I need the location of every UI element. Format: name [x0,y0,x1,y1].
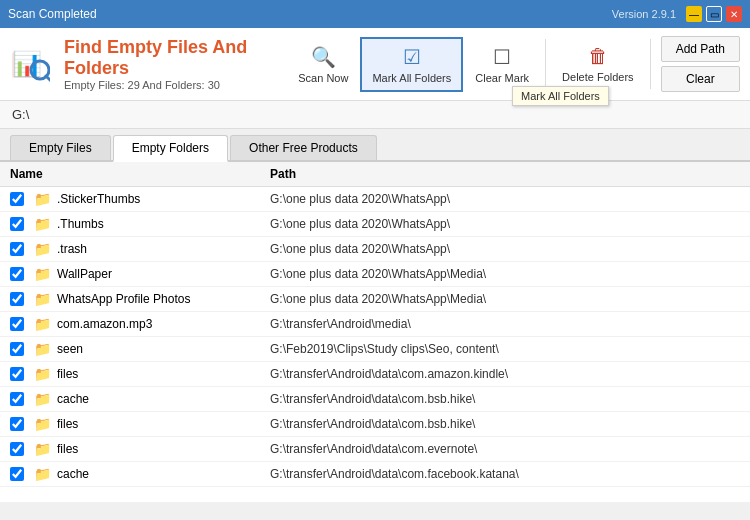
row-checkbox[interactable] [10,267,24,281]
row-checkbox[interactable] [10,442,24,456]
row-checkbox[interactable] [10,192,24,206]
delete-icon: 🗑 [588,45,608,68]
table-row: 📁 cache G:\transfer\Android\data\com.fac… [0,462,750,487]
row-name-text: seen [57,342,83,356]
table-row: 📁 files G:\transfer\Android\data\com.bsb… [0,412,750,437]
row-checkbox[interactable] [10,342,24,356]
row-name-cell: 📁 cache [10,466,270,482]
row-name-text: files [57,442,78,456]
folder-icon: 📁 [34,341,51,357]
clear-mark-button[interactable]: ☐ Clear Mark [465,39,539,90]
row-name-cell: 📁 cache [10,391,270,407]
row-name-cell: 📁 files [10,416,270,432]
row-name-cell: 📁 seen [10,341,270,357]
app-subtitle: Empty Files: 29 And Folders: 30 [64,79,278,91]
side-actions: Add Path Clear [661,36,740,92]
row-name-text: cache [57,392,89,406]
app-icon: 📊 [10,44,50,84]
row-name-cell: 📁 .StickerThumbs [10,191,270,207]
tooltip: Mark All Folders [512,86,609,106]
tab-empty-files[interactable]: Empty Files [10,135,111,160]
mark-all-folders-button[interactable]: ☑ Mark All Folders [360,37,463,92]
row-checkbox[interactable] [10,417,24,431]
row-path-cell: G:\one plus data 2020\WhatsApp\Media\ [270,292,740,306]
table-row: 📁 WallPaper G:\one plus data 2020\WhatsA… [0,262,750,287]
header: 📊 Find Empty Files And Folders Empty Fil… [0,28,750,101]
row-name-text: WhatsApp Profile Photos [57,292,190,306]
row-name-cell: 📁 WhatsApp Profile Photos [10,291,270,307]
app-title-section: Find Empty Files And Folders Empty Files… [64,37,278,91]
table-container[interactable]: Name Path 📁 .StickerThumbs G:\one plus d… [0,162,750,502]
row-name-text: .StickerThumbs [57,192,140,206]
row-name-text: files [57,367,78,381]
path-text: G:\ [12,107,29,122]
table-row: 📁 cache G:\transfer\Android\data\com.bsb… [0,387,750,412]
folder-icon: 📁 [34,216,51,232]
row-name-cell: 📁 .trash [10,241,270,257]
row-name-text: files [57,417,78,431]
table-row: 📁 .trash G:\one plus data 2020\WhatsApp\ [0,237,750,262]
row-path-cell: G:\one plus data 2020\WhatsApp\ [270,217,740,231]
row-checkbox[interactable] [10,217,24,231]
row-checkbox[interactable] [10,292,24,306]
clear-button[interactable]: Clear [661,66,740,92]
tab-other-free-products[interactable]: Other Free Products [230,135,377,160]
delete-folders-button[interactable]: 🗑 Delete Folders [552,39,644,89]
table-header: Name Path [0,162,750,187]
clear-mark-label: Clear Mark [475,72,529,84]
table-row: 📁 seen G:\Feb2019\Clips\Study clips\Seo,… [0,337,750,362]
table-row: 📁 WhatsApp Profile Photos G:\one plus da… [0,287,750,312]
clear-icon: ☐ [493,45,511,69]
svg-line-3 [46,76,50,82]
row-name-cell: 📁 files [10,366,270,382]
check-icon: ☑ [403,45,421,69]
row-checkbox[interactable] [10,242,24,256]
col-name: Name [10,167,270,181]
table-row: 📁 files G:\transfer\Android\data\com.eve… [0,437,750,462]
minimize-button[interactable]: — [686,6,702,22]
row-path-cell: G:\transfer\Android\data\com.bsb.hike\ [270,392,740,406]
app-title-text: Scan Completed [8,7,97,21]
mark-all-label: Mark All Folders [372,72,451,84]
row-name-text: .Thumbs [57,217,104,231]
folder-icon: 📁 [34,391,51,407]
row-checkbox[interactable] [10,467,24,481]
row-path-cell: G:\transfer\Android\data\com.evernote\ [270,442,740,456]
close-button[interactable]: ✕ [726,6,742,22]
row-checkbox[interactable] [10,392,24,406]
row-name-cell: 📁 files [10,441,270,457]
tab-empty-folders[interactable]: Empty Folders [113,135,228,162]
row-checkbox[interactable] [10,317,24,331]
row-path-cell: G:\one plus data 2020\WhatsApp\ [270,192,740,206]
folder-icon: 📁 [34,316,51,332]
toolbar-divider-2 [650,39,651,89]
table-row: 📁 .Thumbs G:\one plus data 2020\WhatsApp… [0,212,750,237]
content-area: Name Path 📁 .StickerThumbs G:\one plus d… [0,162,750,502]
row-path-cell: G:\transfer\Android\data\com.amazon.kind… [270,367,740,381]
svg-text:📊: 📊 [12,49,42,78]
row-path-cell: G:\transfer\Android\data\com.bsb.hike\ [270,417,740,431]
scan-now-button[interactable]: 🔍 Scan Now [288,39,358,90]
version-label: Version 2.9.1 [612,8,676,20]
title-bar: Scan Completed Version 2.9.1 — ▭ ✕ [0,0,750,28]
row-name-cell: 📁 WallPaper [10,266,270,282]
folder-icon: 📁 [34,191,51,207]
row-path-cell: G:\transfer\Android\data\com.facebook.ka… [270,467,740,481]
row-name-text: com.amazon.mp3 [57,317,152,331]
row-path-cell: G:\Feb2019\Clips\Study clips\Seo, conten… [270,342,740,356]
folder-icon: 📁 [34,291,51,307]
path-bar: G:\ [0,101,750,129]
scan-icon: 🔍 [311,45,336,69]
add-path-button[interactable]: Add Path [661,36,740,62]
row-path-cell: G:\one plus data 2020\WhatsApp\ [270,242,740,256]
folder-icon: 📁 [34,266,51,282]
maximize-button[interactable]: ▭ [706,6,722,22]
table-row: 📁 com.amazon.mp3 G:\transfer\Android\med… [0,312,750,337]
row-checkbox[interactable] [10,367,24,381]
toolbar-actions: 🔍 Scan Now ☑ Mark All Folders ☐ Clear Ma… [288,36,740,92]
row-name-cell: 📁 .Thumbs [10,216,270,232]
table-body: 📁 .StickerThumbs G:\one plus data 2020\W… [0,187,750,487]
row-path-cell: G:\transfer\Android\media\ [270,317,740,331]
scan-now-label: Scan Now [298,72,348,84]
table-row: 📁 .StickerThumbs G:\one plus data 2020\W… [0,187,750,212]
